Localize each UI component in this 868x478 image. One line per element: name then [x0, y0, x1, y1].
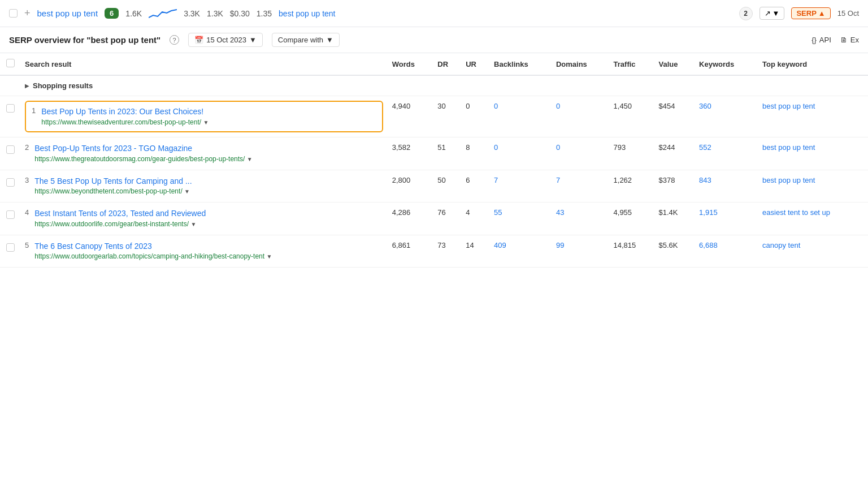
row1-backlinks[interactable]: 0 — [489, 96, 552, 137]
top-bar-checkbox[interactable] — [9, 9, 18, 18]
stat-cpc: $0.30 — [230, 9, 250, 18]
row4-backlinks[interactable]: 55 — [489, 203, 552, 235]
row1-url: https://www.thewiseadventurer.com/best-p… — [41, 118, 209, 127]
row5-topkw[interactable]: canopy tent — [758, 235, 868, 267]
row5-num: 5 — [25, 241, 31, 249]
row4-dr: 76 — [433, 203, 461, 235]
api-label: API — [819, 36, 831, 44]
trend-button[interactable]: ↗ ▼ — [760, 7, 785, 20]
highlight-box: 1 Best Pop Up Tents in 2023: Our Best Ch… — [25, 101, 383, 132]
row2-domains[interactable]: 0 — [552, 137, 609, 170]
row2-num: 2 — [25, 143, 31, 152]
row1-traffic: 1,450 — [609, 96, 654, 137]
row4-url-arrow[interactable]: ▼ — [190, 221, 196, 227]
row5-domains[interactable]: 99 — [552, 235, 609, 267]
serp-badge[interactable]: SERP ▲ — [791, 7, 830, 19]
trend-icon: ↗ — [765, 9, 771, 18]
row2-url: https://www.thegreatoutdoorsmag.com/gear… — [34, 154, 252, 164]
row4-title[interactable]: Best Instant Tents of 2023, Tested and R… — [34, 208, 206, 219]
row3-ur: 6 — [461, 170, 489, 202]
row4-keywords[interactable]: 1,915 — [695, 203, 758, 235]
row3-checkbox[interactable] — [6, 178, 15, 187]
col-topkw: Top keyword — [758, 53, 868, 75]
row2-url-arrow[interactable]: ▼ — [247, 156, 253, 162]
row4-checkbox-cell — [0, 203, 20, 235]
row5-url-arrow[interactable]: ▼ — [266, 253, 272, 260]
row3-dr: 50 — [433, 170, 461, 202]
row5-keywords[interactable]: 6,688 — [695, 235, 758, 267]
row4-topkw[interactable]: easiest tent to set up — [758, 203, 868, 235]
row1-checkbox[interactable] — [6, 104, 15, 113]
date-picker[interactable]: 📅 15 Oct 2023 ▼ — [188, 33, 263, 47]
stat-cps: 1.35 — [257, 9, 272, 18]
serp-table: Search result Words DR UR Backlinks Doma… — [0, 53, 868, 268]
row1-checkbox-cell — [0, 96, 20, 137]
row2-dr: 51 — [433, 137, 461, 170]
help-icon[interactable]: ? — [170, 35, 179, 45]
row2-words: 3,582 — [388, 137, 433, 170]
row2-keywords[interactable]: 552 — [695, 137, 758, 170]
row5-backlinks[interactable]: 409 — [489, 235, 552, 267]
table-row: 2 Best Pop-Up Tents for 2023 - TGO Magaz… — [0, 137, 868, 170]
row2-title[interactable]: Best Pop-Up Tents for 2023 - TGO Magazin… — [34, 143, 252, 154]
row3-domains[interactable]: 7 — [552, 170, 609, 202]
shopping-checkbox-cell — [0, 75, 20, 96]
row3-num: 3 — [25, 176, 31, 184]
compare-button[interactable]: Compare with ▼ — [272, 33, 340, 47]
row2-traffic: 793 — [609, 137, 654, 170]
row1-url-arrow[interactable]: ▼ — [203, 119, 209, 126]
row5-title[interactable]: The 6 Best Canopy Tents of 2023 — [34, 241, 272, 252]
export-button[interactable]: 🗎 Ex — [840, 36, 859, 44]
row3-topkw[interactable]: best pop up tent — [758, 170, 868, 202]
col-words: Words — [388, 53, 433, 75]
api-button[interactable]: {} API — [811, 36, 831, 44]
col-keywords: Keywords — [695, 53, 758, 75]
stat-volume: 1.6K — [125, 9, 142, 18]
row4-num: 4 — [25, 208, 31, 217]
row1-dr: 30 — [433, 96, 461, 137]
shopping-triangle-icon: ▶ — [25, 83, 29, 89]
row1-topkw[interactable]: best pop up tent — [758, 96, 868, 137]
row1-domains[interactable]: 0 — [552, 96, 609, 137]
col-ur: UR — [461, 53, 489, 75]
col-value: Value — [654, 53, 695, 75]
date-picker-value: 15 Oct 2023 — [206, 36, 246, 44]
row2-checkbox[interactable] — [6, 145, 15, 154]
row3-words: 2,800 — [388, 170, 433, 202]
col-traffic: Traffic — [609, 53, 654, 75]
serp-label: SERP — [796, 9, 816, 18]
row1-num: 1 — [32, 106, 38, 115]
date-dropdown-icon: ▼ — [249, 36, 257, 44]
export-label: Ex — [850, 36, 859, 44]
row5-traffic: 14,815 — [609, 235, 654, 267]
row5-checkbox[interactable] — [6, 243, 15, 252]
col-backlinks: Backlinks — [489, 53, 552, 75]
add-tab-button[interactable]: + — [24, 7, 31, 19]
row3-keywords[interactable]: 843 — [695, 170, 758, 202]
row5-dr: 73 — [433, 235, 461, 267]
row2-topkw[interactable]: best pop up tent — [758, 137, 868, 170]
stat-clicks: 1.3K — [207, 9, 223, 18]
row3-backlinks[interactable]: 7 — [489, 170, 552, 202]
export-icon: 🗎 — [840, 36, 848, 44]
keyword-2: best pop up tent — [279, 9, 335, 18]
serp-table-container: Search result Words DR UR Backlinks Doma… — [0, 53, 868, 268]
row1-title[interactable]: Best Pop Up Tents in 2023: Our Best Choi… — [41, 106, 209, 118]
row4-ur: 4 — [461, 203, 489, 235]
row2-backlinks[interactable]: 0 — [489, 137, 552, 170]
top-date: 15 Oct — [837, 9, 859, 18]
shopping-group-cell: ▶ Shopping results — [20, 75, 868, 96]
col-dr: DR — [433, 53, 461, 75]
row5-checkbox-cell — [0, 235, 20, 267]
page-title: SERP overview for "best pop up tent" — [9, 35, 160, 45]
row4-domains[interactable]: 43 — [552, 203, 609, 235]
row3-url-arrow[interactable]: ▼ — [184, 188, 190, 195]
row1-keywords[interactable]: 360 — [695, 96, 758, 137]
row4-checkbox[interactable] — [6, 210, 15, 219]
sub-header: SERP overview for "best pop up tent" ? 📅… — [0, 27, 868, 53]
header-checkbox[interactable] — [6, 59, 15, 67]
row3-title[interactable]: The 5 Best Pop Up Tents for Camping and … — [34, 176, 192, 187]
row4-result-cell: 4 Best Instant Tents of 2023, Tested and… — [20, 203, 388, 235]
row1-ur: 0 — [461, 96, 489, 137]
row3-url: https://www.beyondthetent.com/best-pop-u… — [34, 187, 192, 196]
